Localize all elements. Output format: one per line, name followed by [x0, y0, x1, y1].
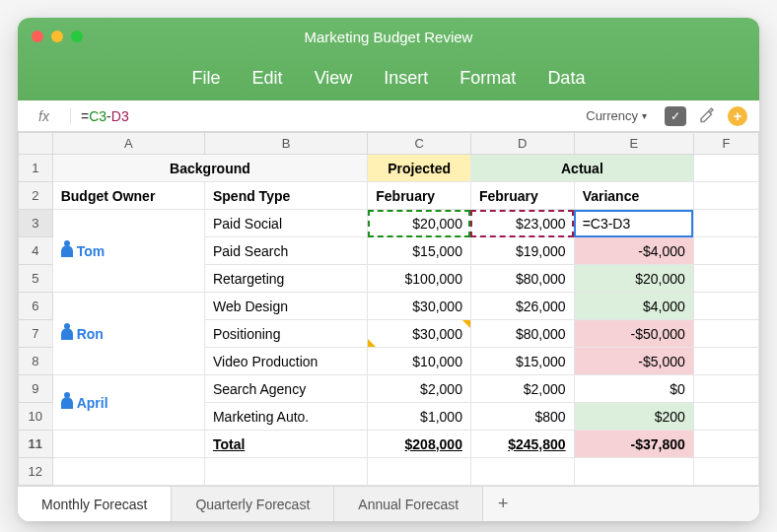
header-spend-type[interactable]: Spend Type: [204, 182, 367, 210]
cell-f7[interactable]: [693, 320, 758, 348]
spreadsheet-grid[interactable]: A B C D E F 1 Background Projected Actua…: [18, 132, 759, 486]
row-header-12[interactable]: 12: [19, 458, 53, 486]
cell-type-2[interactable]: Retargeting: [204, 265, 367, 293]
close-window-button[interactable]: [32, 31, 43, 42]
cell-type-5[interactable]: Video Production: [204, 348, 367, 375]
owner-tom[interactable]: Tom: [52, 210, 204, 293]
cell-act-5[interactable]: $15,000: [470, 348, 574, 375]
tab-quarterly-forecast[interactable]: Quarterly Forecast: [172, 487, 334, 521]
row-header-4[interactable]: 4: [19, 237, 53, 265]
cell-var-2[interactable]: $20,000: [574, 265, 693, 293]
cell-type-6[interactable]: Search Agency: [204, 375, 367, 403]
cell-type-0[interactable]: Paid Social: [204, 210, 367, 237]
cell-d12[interactable]: [470, 458, 574, 486]
cell-act-3[interactable]: $26,000: [470, 293, 574, 320]
cell-proj-4[interactable]: $30,000: [368, 320, 471, 348]
cell-proj-6[interactable]: $2,000: [368, 375, 471, 403]
cell-f2[interactable]: [693, 182, 758, 210]
add-button[interactable]: +: [728, 106, 747, 126]
menu-file[interactable]: File: [192, 68, 221, 89]
menu-insert[interactable]: Insert: [384, 68, 428, 89]
col-header-a[interactable]: A: [52, 133, 204, 155]
cell-type-4[interactable]: Positioning: [204, 320, 367, 348]
cell-f6[interactable]: [693, 293, 758, 320]
cell-var-7[interactable]: $200: [574, 403, 693, 431]
cell-type-3[interactable]: Web Design: [204, 293, 367, 320]
col-header-d[interactable]: D: [470, 133, 574, 155]
cell-var-5[interactable]: -$5,000: [574, 348, 693, 375]
header-projected[interactable]: Projected: [368, 155, 471, 182]
header-background[interactable]: Background: [52, 155, 368, 182]
header-budget-owner[interactable]: Budget Owner: [52, 182, 204, 210]
maximize-window-button[interactable]: [71, 31, 83, 42]
cell-f4[interactable]: [693, 237, 758, 265]
cell-a12[interactable]: [52, 458, 204, 486]
formula-input[interactable]: =C3-D3: [71, 108, 568, 124]
row-header-1[interactable]: 1: [19, 155, 53, 182]
fx-label[interactable]: fx: [18, 108, 71, 124]
row-header-11[interactable]: 11: [19, 431, 53, 458]
header-feb-act[interactable]: February: [470, 182, 574, 210]
cell-f9[interactable]: [693, 375, 758, 403]
cell-f5[interactable]: [693, 265, 758, 293]
cell-act-1[interactable]: $19,000: [470, 237, 574, 265]
tab-annual-forecast[interactable]: Annual Forecast: [334, 487, 483, 521]
cell-b12[interactable]: [204, 458, 367, 486]
corner-cell[interactable]: [19, 133, 53, 155]
header-feb-proj[interactable]: February: [368, 182, 471, 210]
cell-proj-3[interactable]: $30,000: [368, 293, 471, 320]
format-painter-icon[interactable]: [698, 105, 716, 126]
row-header-7[interactable]: 7: [19, 320, 53, 348]
cell-act-7[interactable]: $800: [470, 403, 574, 431]
cell-c12[interactable]: [368, 458, 471, 486]
cell-f1[interactable]: [693, 155, 758, 182]
confirm-button[interactable]: ✓: [665, 106, 686, 126]
cell-f3[interactable]: [693, 210, 758, 237]
cell-act-4[interactable]: $80,000: [470, 320, 574, 348]
cell-f11[interactable]: [693, 431, 758, 458]
cell-var-4[interactable]: -$50,000: [574, 320, 693, 348]
cell-f8[interactable]: [693, 348, 758, 375]
cell-proj-7[interactable]: $1,000: [368, 403, 471, 431]
owner-ron[interactable]: Ron: [52, 293, 204, 375]
tab-monthly-forecast[interactable]: Monthly Forecast: [18, 487, 172, 521]
row-header-6[interactable]: 6: [19, 293, 53, 320]
menu-format[interactable]: Format: [459, 68, 516, 89]
header-actual[interactable]: Actual: [470, 155, 693, 182]
cell-proj-1[interactable]: $15,000: [368, 237, 471, 265]
cell-var-6[interactable]: $0: [574, 375, 693, 403]
cell-a11[interactable]: [52, 431, 204, 458]
cell-e12[interactable]: [574, 458, 693, 486]
cell-var-3[interactable]: $4,000: [574, 293, 693, 320]
row-header-9[interactable]: 9: [19, 375, 53, 403]
row-header-3[interactable]: 3: [19, 210, 53, 237]
cell-f10[interactable]: [693, 403, 758, 431]
currency-select[interactable]: Currency ▾: [580, 106, 653, 125]
menu-edit[interactable]: Edit: [252, 68, 283, 89]
cell-var-0-active[interactable]: =C3-D3: [574, 210, 693, 237]
cell-total-var[interactable]: -$37,800: [574, 431, 693, 458]
cell-total-act[interactable]: $245,800: [470, 431, 574, 458]
row-header-10[interactable]: 10: [19, 403, 53, 431]
cell-act-2[interactable]: $80,000: [470, 265, 574, 293]
minimize-window-button[interactable]: [51, 31, 63, 42]
row-header-2[interactable]: 2: [19, 182, 53, 210]
col-header-e[interactable]: E: [574, 133, 693, 155]
col-header-c[interactable]: C: [368, 133, 471, 155]
cell-f12[interactable]: [693, 458, 758, 486]
header-variance[interactable]: Variance: [574, 182, 693, 210]
cell-type-1[interactable]: Paid Search: [204, 237, 367, 265]
cell-total-proj[interactable]: $208,000: [368, 431, 471, 458]
cell-proj-0[interactable]: $20,000: [368, 210, 471, 237]
cell-proj-5[interactable]: $10,000: [368, 348, 471, 375]
cell-type-7[interactable]: Marketing Auto.: [204, 403, 367, 431]
col-header-b[interactable]: B: [204, 133, 367, 155]
col-header-f[interactable]: F: [693, 133, 758, 155]
cell-act-0[interactable]: $23,000: [470, 210, 574, 237]
cell-total-label[interactable]: Total: [204, 431, 367, 458]
owner-april[interactable]: April: [52, 375, 204, 431]
cell-var-1[interactable]: -$4,000: [574, 237, 693, 265]
menu-view[interactable]: View: [315, 68, 353, 89]
cell-proj-2[interactable]: $100,000: [368, 265, 471, 293]
row-header-5[interactable]: 5: [19, 265, 53, 293]
